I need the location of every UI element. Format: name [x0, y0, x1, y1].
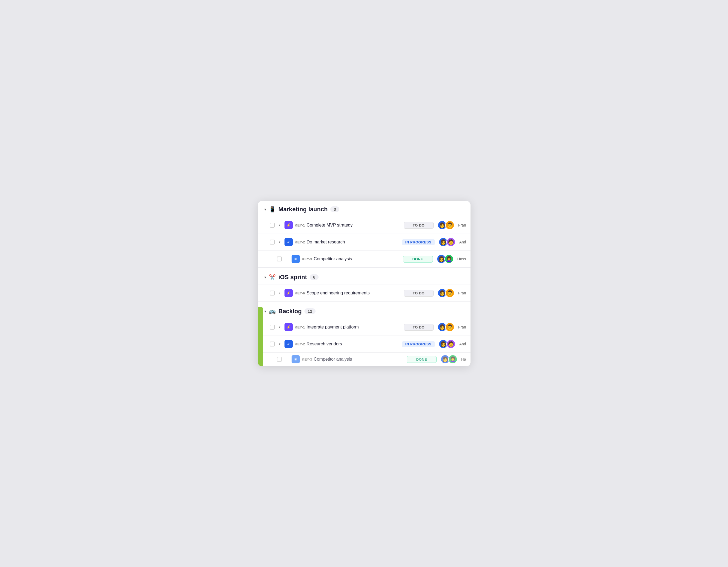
task-key: KEY-6: [295, 291, 305, 295]
chevron-backlog[interactable]: ▾: [264, 309, 266, 313]
status-badge[interactable]: TO DO: [404, 290, 434, 296]
title-backlog: Backlog: [278, 308, 302, 315]
task-name[interactable]: Do market research: [307, 240, 400, 245]
icon-ios-sprint: ✂️: [269, 274, 276, 281]
task-content: KEY-2 Research vendors: [295, 341, 400, 346]
task-key: KEY-2: [295, 342, 305, 346]
icon-backlog: 🚌: [269, 308, 276, 314]
task-key: KEY-1: [295, 325, 305, 329]
assignee-name: Fran: [458, 291, 466, 295]
task-type-icon: ⚡: [284, 289, 293, 297]
assignee-avatars: 👩 👨: [438, 322, 454, 332]
status-badge[interactable]: DONE: [407, 356, 437, 363]
avatar: 👨: [445, 221, 454, 230]
assignee-name: Fran: [458, 223, 466, 227]
avatar: 👩‍🦱: [444, 254, 454, 264]
green-accent-bar: [258, 307, 263, 366]
chevron-ios-sprint[interactable]: ▾: [264, 275, 266, 280]
task-key: KEY-3: [302, 357, 312, 361]
assignee-name: And: [459, 240, 466, 244]
task-right-section: TO DO 👩 👨 Fran: [404, 221, 466, 230]
task-content: KEY-3 Competitor analysis: [302, 257, 401, 262]
main-card: ▾ 📱 Marketing launch 3 ▾ ⚡ KEY-1 Complet…: [258, 201, 471, 366]
assignee-avatars: 👩 👩‍🦱: [437, 254, 454, 264]
assignee-avatars: 👩 👨: [438, 221, 454, 230]
task-content: KEY-2 Do market research: [295, 240, 400, 245]
task-content: KEY-3 Competitor analysis: [302, 357, 405, 362]
chevron-marketing-launch[interactable]: ▾: [264, 207, 266, 212]
task-content: KEY-1 Complete MVP strategy: [295, 223, 402, 228]
task-key: KEY-1: [295, 223, 305, 227]
expand-button[interactable]: ▾: [277, 223, 282, 227]
task-type-icon: ⊞: [292, 355, 300, 363]
task-checkbox[interactable]: [270, 290, 275, 295]
task-checkbox[interactable]: [277, 357, 282, 362]
task-checkbox[interactable]: [277, 257, 282, 262]
count-marketing-launch: 3: [330, 206, 339, 212]
expand-button[interactable]: ›: [277, 291, 282, 295]
task-key: KEY-3: [302, 257, 312, 261]
task-name[interactable]: Scope engineering requirements: [307, 290, 402, 295]
task-right-section: TO DO 👩 👨 Fran: [404, 288, 466, 298]
task-name[interactable]: Research vendors: [307, 341, 400, 346]
title-marketing-launch: Marketing launch: [278, 206, 328, 213]
task-checkbox[interactable]: [270, 325, 275, 329]
icon-marketing-launch: 📱: [269, 206, 276, 213]
task-row: ▾ ⚡ KEY-1 Integrate payment platform TO …: [258, 319, 471, 336]
avatar: 🧑: [446, 238, 456, 247]
task-right-section: IN PROGRESS 👩 🧑 And: [402, 339, 466, 349]
count-ios-sprint: 6: [310, 274, 319, 280]
avatar: 👨: [445, 288, 454, 298]
assignee-avatars: 👩 👨: [438, 288, 454, 298]
task-type-icon: ✓: [284, 340, 293, 348]
task-row: ▾ ✓ KEY-2 Research vendors IN PROGRESS 👩…: [258, 336, 471, 353]
task-type-icon: ⊞: [292, 255, 300, 263]
task-row: ▾ ✓ KEY-2 Do market research IN PROGRESS…: [258, 234, 471, 251]
section-marketing-launch: ▾ 📱 Marketing launch 3: [258, 201, 471, 217]
task-type-icon: ✓: [284, 238, 293, 246]
task-checkbox[interactable]: [270, 341, 275, 346]
assignee-name: Hass: [457, 257, 466, 261]
task-checkbox[interactable]: [270, 223, 275, 228]
status-badge[interactable]: IN PROGRESS: [402, 341, 435, 347]
task-checkbox[interactable]: [270, 240, 275, 245]
task-name[interactable]: Complete MVP strategy: [307, 223, 402, 228]
section-backlog: ▾ 🚌 Backlog 12: [258, 303, 471, 319]
assignee-avatars: 👩 🧑: [439, 339, 456, 349]
task-name[interactable]: Competitor analysis: [314, 257, 401, 262]
expand-button[interactable]: ▾: [277, 342, 282, 346]
task-content: KEY-6 Scope engineering requirements: [295, 290, 402, 295]
task-right-section: DONE 👩 👩‍🦱 Hass: [403, 254, 466, 264]
status-badge[interactable]: TO DO: [404, 222, 434, 229]
expand-button[interactable]: ▾: [277, 240, 282, 244]
task-row: ⊞ KEY-3 Competitor analysis DONE 👩 👩‍🦱 H…: [258, 353, 471, 366]
assignee-name: Fran: [458, 325, 466, 329]
task-row: › ⚡ KEY-6 Scope engineering requirements…: [258, 285, 471, 302]
status-badge[interactable]: TO DO: [404, 324, 434, 331]
avatar: 👨: [445, 322, 454, 332]
task-right-section: DONE 👩 👩‍🦱 Ha: [407, 355, 466, 364]
expand-button[interactable]: ▾: [277, 325, 282, 329]
task-right-section: IN PROGRESS 👩 🧑 And: [402, 238, 466, 247]
assignee-avatars: 👩 👩‍🦱: [441, 355, 457, 364]
avatar: 👩‍🦱: [448, 355, 457, 364]
assignee-avatars: 👩 🧑: [439, 238, 456, 247]
task-row: ⊞ KEY-3 Competitor analysis DONE 👩 👩‍🦱 H…: [258, 251, 471, 268]
task-type-icon: ⚡: [284, 323, 293, 331]
status-badge[interactable]: IN PROGRESS: [402, 239, 435, 245]
task-row: ▾ ⚡ KEY-1 Complete MVP strategy TO DO 👩 …: [258, 217, 471, 234]
task-key: KEY-2: [295, 240, 305, 244]
task-name[interactable]: Integrate payment platform: [307, 325, 402, 329]
count-backlog: 12: [304, 308, 316, 314]
task-name[interactable]: Competitor analysis: [314, 357, 405, 362]
task-type-icon: ⚡: [284, 221, 293, 229]
avatar: 🧑: [446, 339, 456, 349]
assignee-name: Ha: [461, 357, 466, 361]
title-ios-sprint: iOS sprint: [278, 274, 307, 281]
section-ios-sprint: ▾ ✂️ iOS sprint 6: [258, 269, 471, 284]
task-right-section: TO DO 👩 👨 Fran: [404, 322, 466, 332]
task-content: KEY-1 Integrate payment platform: [295, 325, 402, 329]
assignee-name: And: [459, 342, 466, 346]
status-badge[interactable]: DONE: [403, 256, 433, 263]
